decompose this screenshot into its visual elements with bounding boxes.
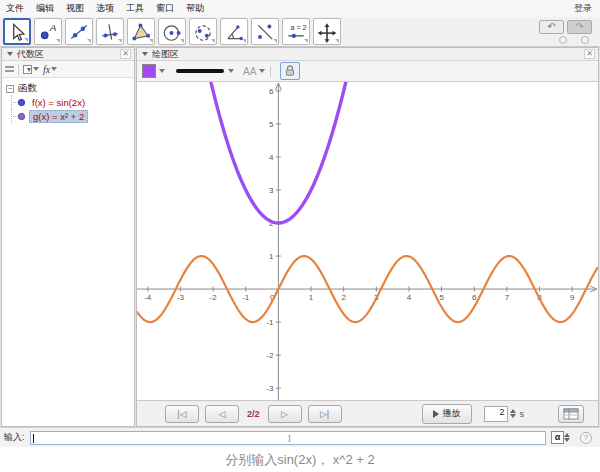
redo-button[interactable]: ↷ — [567, 20, 592, 34]
speed-control: 2 s — [484, 406, 525, 422]
text-style-button[interactable]: AA — [243, 66, 265, 77]
tool-dropdown-icon[interactable] — [24, 38, 28, 42]
tool-dropdown-icon[interactable] — [56, 39, 60, 43]
lock-icon — [283, 64, 297, 78]
chevron-down-icon — [259, 69, 265, 73]
tool-reflect-button[interactable] — [251, 18, 279, 45]
object-label: g(x) = x² + 2 — [29, 110, 88, 123]
y-tick-label: -2 — [266, 351, 274, 360]
tool-dropdown-icon[interactable] — [273, 39, 277, 43]
lock-object-button[interactable] — [280, 62, 300, 80]
divider — [18, 64, 19, 75]
last-step-button[interactable]: ▷| — [308, 405, 342, 423]
algebra-item-0[interactable]: f(x) = sin(2x) — [6, 95, 134, 109]
tree-node-functions[interactable]: − 函数 — [6, 82, 134, 95]
menu-item-6[interactable]: 帮助 — [180, 0, 210, 17]
next-step-button[interactable]: ▷ — [268, 405, 302, 423]
tool-dropdown-icon[interactable] — [87, 39, 91, 43]
algebra-panel-header: 代数区 ✕ — [2, 48, 134, 61]
menu-item-3[interactable]: 选项 — [90, 0, 120, 17]
command-input[interactable]: I — [30, 431, 546, 445]
collapse-icon[interactable] — [7, 52, 13, 56]
menu-item-5[interactable]: 窗口 — [150, 0, 180, 17]
object-visibility-dot[interactable] — [18, 113, 25, 120]
svg-text:A: A — [49, 22, 57, 33]
collapse-toggle-icon[interactable]: − — [6, 85, 14, 93]
construction-protocol-button[interactable] — [558, 405, 584, 423]
y-tick-label: 3 — [269, 186, 274, 195]
tool-point-button[interactable]: A — [34, 18, 62, 45]
line-style-button[interactable] — [176, 69, 234, 73]
sort-objects-button[interactable] — [23, 65, 39, 74]
undo-button[interactable]: ↶ — [539, 20, 564, 34]
x-tick-label: -3 — [177, 293, 185, 302]
algebra-stylebar: fx — [2, 61, 134, 78]
tool-dropdown-icon[interactable] — [242, 39, 246, 43]
first-step-button[interactable]: |◁ — [165, 405, 199, 423]
step-counter: 2/2 — [247, 409, 260, 419]
x-tick-label: 2 — [341, 293, 346, 302]
algebra-view-panel: 代数区 ✕ fx − 函数 f(x) = — [1, 47, 135, 427]
menu-item-1[interactable]: 编辑 — [30, 0, 60, 17]
curve-g[interactable] — [137, 82, 598, 223]
graphics-panel-header: 绘图区 ✕ — [137, 48, 598, 61]
tool-circle-button[interactable] — [158, 18, 186, 45]
menu-item-2[interactable]: 视图 — [60, 0, 90, 17]
color-picker-button[interactable] — [142, 64, 165, 78]
color-swatch — [142, 64, 156, 78]
previous-step-button[interactable]: ◁ — [205, 405, 239, 423]
tool-slider-button[interactable]: a = 2 — [282, 18, 310, 45]
auxiliary-objects-icon[interactable] — [5, 66, 14, 72]
close-icon[interactable]: ✕ — [120, 49, 131, 59]
play-icon — [433, 410, 439, 418]
options-icon[interactable] — [581, 36, 589, 44]
collapse-icon[interactable] — [142, 52, 148, 56]
menu-bar: 文件编辑视图选项工具窗口帮助 登录 — [0, 0, 600, 17]
tool-line-button[interactable] — [65, 18, 93, 45]
input-help-icon[interactable]: ? — [580, 432, 592, 444]
speed-spinner[interactable] — [510, 409, 516, 418]
y-tick-label: 6 — [269, 87, 274, 96]
tool-dropdown-icon[interactable] — [118, 39, 122, 43]
text-style-icon: AA — [243, 66, 256, 77]
tool-move-view-button[interactable] — [313, 18, 341, 45]
tool-perpendicular-button[interactable] — [96, 18, 124, 45]
tool-dropdown-icon[interactable] — [149, 39, 153, 43]
close-icon[interactable]: ✕ — [584, 49, 595, 59]
x-tick-label: 1 — [309, 293, 314, 302]
x-tick-label: -2 — [210, 293, 218, 302]
tool-polygon-button[interactable] — [127, 18, 155, 45]
help-icon[interactable] — [559, 36, 567, 44]
algebra-tree: − 函数 f(x) = sin(2x)g(x) = x² + 2 — [2, 78, 134, 123]
fx-icon: fx — [43, 64, 50, 75]
tool-dropdown-icon[interactable] — [304, 39, 308, 43]
input-bar: 输入: I α ? — [0, 427, 600, 447]
x-tick-label: -1 — [242, 293, 250, 302]
menu-item-4[interactable]: 工具 — [120, 0, 150, 17]
tool-dropdown-icon[interactable] — [335, 39, 339, 43]
input-spinner[interactable] — [564, 433, 570, 442]
mouse-ibeam-cursor: I — [288, 433, 291, 444]
greek-letter-button[interactable]: α — [551, 431, 564, 444]
tool-dropdown-icon[interactable] — [211, 39, 215, 43]
graphics-canvas[interactable]: -4-3-2-1123456789-3-2-11234560 — [137, 82, 598, 400]
login-button[interactable]: 登录 — [566, 0, 600, 17]
undo-redo-group: ↶ ↷ — [539, 20, 592, 44]
play-button[interactable]: 播放 — [422, 404, 472, 424]
speed-input[interactable]: 2 — [484, 406, 508, 422]
main-area: 代数区 ✕ fx − 函数 f(x) = — [0, 47, 600, 427]
speed-unit: s — [520, 409, 525, 419]
y-tick-label: -3 — [266, 384, 274, 393]
tool-dropdown-icon[interactable] — [180, 39, 184, 43]
tool-conic-button[interactable] — [189, 18, 217, 45]
toolbar: Aa = 2 ↶ ↷ — [0, 17, 600, 47]
object-visibility-dot[interactable] — [18, 99, 25, 106]
x-tick-label: 4 — [407, 293, 412, 302]
tool-angle-button[interactable] — [220, 18, 248, 45]
menu-item-0[interactable]: 文件 — [0, 0, 30, 17]
geogebra-window: 文件编辑视图选项工具窗口帮助 登录 Aa = 2 ↶ ↷ 代数区 ✕ — [0, 0, 600, 472]
sort-icon — [23, 65, 32, 74]
algebra-item-1[interactable]: g(x) = x² + 2 — [6, 109, 134, 123]
fx-filter-button[interactable]: fx — [43, 64, 57, 75]
tool-move-button[interactable] — [3, 18, 31, 45]
